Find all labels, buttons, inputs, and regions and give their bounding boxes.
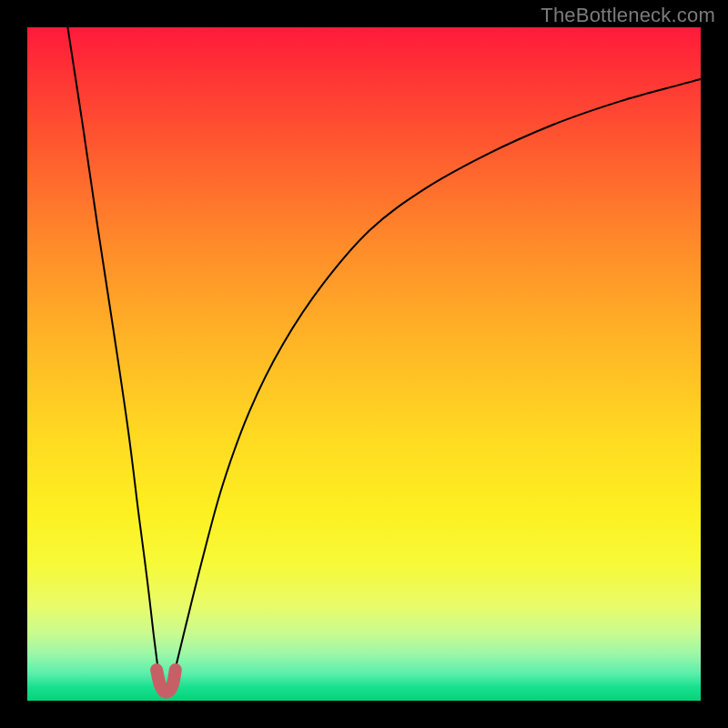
watermark-text: TheBottleneck.com	[541, 4, 715, 27]
curve-layer	[27, 27, 701, 701]
curve-dip-highlight	[157, 670, 176, 693]
plot-area	[27, 27, 701, 701]
curve-left-branch	[67, 27, 158, 673]
curve-right-branch	[174, 79, 701, 673]
